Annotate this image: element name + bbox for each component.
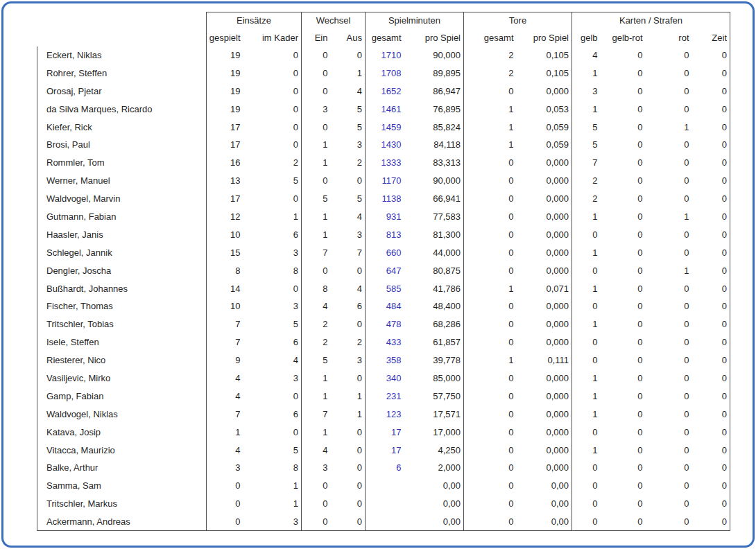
stat-aus-cell: 5 bbox=[334, 100, 366, 118]
stat-tore-gesamt-cell: 0 bbox=[464, 441, 519, 459]
player-name-cell: Ackermann, Andreas bbox=[37, 513, 207, 531]
stat-aus-cell: 0 bbox=[334, 477, 366, 495]
stat-zeit-cell: 0 bbox=[695, 46, 730, 64]
col-header-im-kader: im Kader bbox=[246, 29, 302, 46]
stat-gelb-cell: 2 bbox=[572, 172, 603, 190]
stat-gelb-rot-cell: 0 bbox=[603, 154, 648, 172]
stat-minuten-pro-spiel-cell: 77,583 bbox=[407, 208, 464, 226]
player-name-cell: Gutmann, Fabian bbox=[37, 208, 207, 226]
stat-minuten-pro-spiel-cell: 17,571 bbox=[407, 405, 464, 423]
stat-tore-pro-spiel-cell: 0,000 bbox=[519, 297, 572, 315]
table-row: Werner, Manuel 13 5 0 0 1170 90,000 0 0,… bbox=[37, 172, 730, 190]
stat-zeit-cell: 0 bbox=[695, 100, 730, 118]
stat-tore-pro-spiel-cell: 0,000 bbox=[519, 369, 572, 387]
stat-minuten-pro-spiel-cell: 0,00 bbox=[407, 495, 464, 513]
table-row: Rohrer, Steffen 19 0 0 1 1708 89,895 2 0… bbox=[37, 64, 730, 82]
stat-minuten-gesamt-cell: 660 bbox=[366, 243, 407, 261]
stat-minuten-pro-spiel-cell: 85,000 bbox=[407, 369, 464, 387]
col-header-minuten-gesamt: gesamt bbox=[366, 29, 407, 46]
player-name-cell: Tritschler, Tobias bbox=[37, 315, 207, 333]
stat-gespielt-cell: 0 bbox=[207, 513, 246, 531]
stat-gelb-cell: 1 bbox=[572, 405, 603, 423]
stat-minuten-gesamt-cell: 358 bbox=[366, 351, 407, 369]
player-name-cell: Brosi, Paul bbox=[37, 136, 207, 154]
stat-tore-gesamt-cell: 2 bbox=[464, 46, 519, 64]
stat-gespielt-cell: 7 bbox=[207, 405, 246, 423]
stat-ein-cell: 1 bbox=[302, 225, 334, 243]
stat-aus-cell: 0 bbox=[334, 495, 366, 513]
stat-tore-gesamt-cell: 0 bbox=[464, 477, 519, 495]
stat-ein-cell: 0 bbox=[302, 513, 334, 531]
stat-tore-pro-spiel-cell: 0,000 bbox=[519, 225, 572, 243]
stat-rot-cell: 1 bbox=[648, 261, 695, 279]
stat-gelb-cell: 2 bbox=[572, 190, 603, 208]
col-header-tore-gesamt: gesamt bbox=[464, 29, 519, 46]
stat-aus-cell: 3 bbox=[334, 351, 366, 369]
stat-gelb-rot-cell: 0 bbox=[603, 136, 648, 154]
table-row: Dengler, Joscha 8 8 0 0 647 80,875 0 0,0… bbox=[37, 261, 730, 279]
stat-zeit-cell: 0 bbox=[695, 513, 730, 531]
player-name-cell: Gamp, Fabian bbox=[37, 387, 207, 405]
stat-zeit-cell: 0 bbox=[695, 64, 730, 82]
stat-im-kader-cell: 1 bbox=[246, 477, 302, 495]
stat-tore-pro-spiel-cell: 0,000 bbox=[519, 190, 572, 208]
stat-rot-cell: 0 bbox=[648, 513, 695, 531]
stat-rot-cell: 0 bbox=[648, 243, 695, 261]
stat-gelb-cell: 1 bbox=[572, 243, 603, 261]
stat-minuten-gesamt-cell: 1138 bbox=[366, 190, 407, 208]
stat-zeit-cell: 0 bbox=[695, 172, 730, 190]
player-name-cell: Bußhardt, Johannes bbox=[37, 279, 207, 297]
stat-gelb-cell: 1 bbox=[572, 387, 603, 405]
stat-minuten-pro-spiel-cell: 90,000 bbox=[407, 172, 464, 190]
stat-gespielt-cell: 19 bbox=[207, 100, 246, 118]
stat-gelb-rot-cell: 0 bbox=[603, 315, 648, 333]
stat-gelb-rot-cell: 0 bbox=[603, 208, 648, 226]
stat-ein-cell: 0 bbox=[302, 495, 334, 513]
stat-ein-cell: 3 bbox=[302, 459, 334, 477]
stat-aus-cell: 0 bbox=[334, 261, 366, 279]
table-row: Riesterer, Nico 9 4 5 3 358 39,778 1 0,1… bbox=[37, 351, 730, 369]
stat-minuten-pro-spiel-cell: 68,286 bbox=[407, 315, 464, 333]
stat-tore-gesamt-cell: 0 bbox=[464, 243, 519, 261]
stat-tore-gesamt-cell: 0 bbox=[464, 369, 519, 387]
table-row: Rommler, Tom 16 2 1 2 1333 83,313 0 0,00… bbox=[37, 154, 730, 172]
stat-minuten-gesamt-cell bbox=[366, 513, 407, 531]
stat-im-kader-cell: 1 bbox=[246, 495, 302, 513]
stat-tore-gesamt-cell: 1 bbox=[464, 279, 519, 297]
stat-gespielt-cell: 7 bbox=[207, 315, 246, 333]
stat-ein-cell: 2 bbox=[302, 333, 334, 351]
stat-gelb-rot-cell: 0 bbox=[603, 82, 648, 100]
stat-im-kader-cell: 0 bbox=[246, 279, 302, 297]
stat-minuten-gesamt-cell: 231 bbox=[366, 387, 407, 405]
table-row: Haasler, Janis 10 6 1 3 813 81,300 0 0,0… bbox=[37, 225, 730, 243]
table-row: Tritschler, Tobias 7 5 2 0 478 68,286 0 … bbox=[37, 315, 730, 333]
table-row: Waldvogel, Marvin 17 0 5 5 1138 66,941 0… bbox=[37, 190, 730, 208]
stat-rot-cell: 0 bbox=[648, 459, 695, 477]
stat-tore-pro-spiel-cell: 0,00 bbox=[519, 513, 572, 531]
table-row: da Silva Marques, Ricardo 19 0 3 5 1461 … bbox=[37, 100, 730, 118]
stat-aus-cell: 0 bbox=[334, 369, 366, 387]
player-name-cell: Haasler, Janis bbox=[37, 225, 207, 243]
stat-gespielt-cell: 10 bbox=[207, 297, 246, 315]
stat-zeit-cell: 0 bbox=[695, 369, 730, 387]
group-header-einsaetze: Einsätze bbox=[207, 12, 302, 29]
stat-gespielt-cell: 9 bbox=[207, 351, 246, 369]
table-row: Balke, Arthur 3 8 3 0 6 2,000 0 0,000 0 … bbox=[37, 459, 730, 477]
stat-gespielt-cell: 10 bbox=[207, 225, 246, 243]
group-header-wechsel: Wechsel bbox=[302, 12, 366, 29]
stat-minuten-pro-spiel-cell: 2,000 bbox=[407, 459, 464, 477]
table-row: Vasiljevic, Mirko 4 3 1 0 340 85,000 0 0… bbox=[37, 369, 730, 387]
stat-ein-cell: 0 bbox=[302, 172, 334, 190]
stat-ein-cell: 3 bbox=[302, 100, 334, 118]
stat-tore-gesamt-cell: 1 bbox=[464, 351, 519, 369]
stat-ein-cell: 0 bbox=[302, 261, 334, 279]
table-row: Kiefer, Rick 17 0 0 5 1459 85,824 1 0,05… bbox=[37, 118, 730, 136]
stat-gespielt-cell: 4 bbox=[207, 387, 246, 405]
stat-zeit-cell: 0 bbox=[695, 225, 730, 243]
stat-tore-gesamt-cell: 0 bbox=[464, 423, 519, 441]
stat-minuten-gesamt-cell: 433 bbox=[366, 333, 407, 351]
stat-tore-gesamt-cell: 0 bbox=[464, 387, 519, 405]
stat-gelb-rot-cell: 0 bbox=[603, 297, 648, 315]
stat-minuten-gesamt-cell: 123 bbox=[366, 405, 407, 423]
stat-tore-pro-spiel-cell: 0,000 bbox=[519, 405, 572, 423]
